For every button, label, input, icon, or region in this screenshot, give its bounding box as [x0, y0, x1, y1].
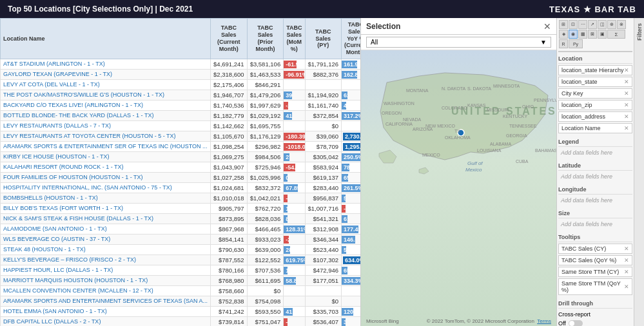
tooltip-same-qoy-remove[interactable]: ✕: [624, 283, 629, 290]
field-state[interactable]: location_state ✕: [558, 77, 632, 87]
cell-current: $768,980: [211, 275, 248, 285]
field-location-name[interactable]: Location Name ✕: [558, 123, 632, 133]
col-tabc-yoy: TABC Sales YoY %(Current Month): [342, 19, 361, 59]
tooltip-same-cy-remove[interactable]: ✕: [624, 269, 629, 275]
cross-report-row: Cross-report: [558, 310, 632, 319]
toolbar-icon-3[interactable]: ⋯: [578, 20, 587, 29]
cell-location-name[interactable]: KELLY'S BEVERAGE – FRISCO (FRISCO - 2 - …: [1, 254, 211, 265]
cell-location-name[interactable]: LEVY AT COTA (DEL VALLE - 1 - TX): [1, 79, 211, 90]
field-city-key[interactable]: City Key ✕: [558, 88, 632, 99]
cell-prior: $725,946: [247, 162, 284, 172]
field-hierarchy-label: location_state Hierarchy: [561, 67, 624, 73]
svg-text:MONTANA: MONTANA: [406, 88, 429, 93]
cell-mom: -2.09%: [284, 316, 305, 326]
cell-location-name[interactable]: HOSPITALITY INTERNATIONAL, INC. (SAN ANT…: [1, 182, 211, 193]
toolbar-icon-4[interactable]: ↗: [588, 20, 597, 29]
table-row: LEVY RESTAURANTS AT TOYOTA CENTER (HOUST…: [1, 131, 362, 141]
location-section-title: Location: [558, 54, 632, 64]
tooltip-same-qoy[interactable]: Same Store TTM (QoY %) ✕: [558, 278, 632, 295]
cell-prior: $1,025,996: [247, 172, 284, 182]
cell-location-name[interactable]: WLS BEVERAGE CO (AUSTIN - 37 - TX): [1, 234, 211, 244]
cell-location-name[interactable]: HAPPIEST HOUR, LLC (DALLAS - 1 - TX): [1, 265, 211, 275]
toolbar-icon-12[interactable]: ▣: [598, 30, 607, 39]
cell-location-name[interactable]: AT&T STADIUM (ARLINGTON - 1 - TX): [1, 59, 211, 69]
mom-bar: -22.78%: [284, 236, 288, 244]
cell-location-name[interactable]: GAYLORD TEXAN (GRAPEVINE - 1 - TX): [1, 69, 211, 79]
tooltip-tabc-cy[interactable]: TABC Sales (CY) ✕: [558, 244, 632, 254]
cell-py: $882,376: [305, 69, 342, 79]
field-zip-remove[interactable]: ✕: [624, 102, 629, 108]
table-row: KIRBY ICE HOUSE (HOUSTON - 1 - TX)$1,069…: [1, 151, 362, 162]
legend-section: Legend Add data fields here: [558, 137, 632, 157]
cell-location-name[interactable]: BOTTLED BLONDE- THE BACK YARD (DALLAS - …: [1, 110, 211, 120]
table-row: MARRIOTT MARQUIS HOUSTON (HOUSTON - 1 - …: [1, 275, 362, 285]
cell-py: $536,407: [305, 316, 342, 326]
cell-current: $2,175,406: [211, 79, 248, 90]
drill-section: Drill through Cross-report Off Keep all …: [558, 299, 632, 326]
cell-current: $1,182,779: [211, 110, 248, 120]
toolbar-icon-r1[interactable]: Σ: [607, 30, 625, 39]
toolbar-icon-r2[interactable]: R: [559, 39, 568, 48]
cross-report-knob: [569, 321, 574, 326]
cell-prior: $1,042,021: [247, 193, 284, 203]
cell-py: $1,194,920: [305, 90, 342, 100]
cell-location-name[interactable]: MCALLEN CONVENTION CENTER (MCALLEN - 12 …: [1, 285, 211, 296]
mom-bar: -1018.02%: [284, 143, 304, 151]
field-address-remove[interactable]: ✕: [624, 113, 629, 120]
cell-location-name[interactable]: MARRIOTT MARQUIS HOUSTON (HOUSTON - 1 - …: [1, 275, 211, 285]
cell-location-name[interactable]: THE POST OAK/MASTRO'S/WILLIE G'S (HOUSTO…: [1, 90, 211, 100]
cell-location-name[interactable]: DFB CAPITAL LLC (DALLAS - 2 - TX): [1, 316, 211, 326]
svg-text:TX: TX: [454, 129, 460, 133]
longitude-add-field: Add data fields here: [558, 196, 632, 205]
cell-location-name[interactable]: KALAHARI RESORT (ROUND ROCK - 1 - TX): [1, 162, 211, 172]
toolbar-icon-1[interactable]: ⊞: [559, 20, 568, 29]
toolbar-icon-8[interactable]: ◈: [559, 30, 568, 39]
field-location-name-label: Location Name: [561, 125, 601, 131]
selection-dropdown[interactable]: All ▼: [366, 37, 551, 48]
cell-current: $1,946,707: [211, 90, 248, 100]
toolbar-icon-7[interactable]: ⊗: [617, 20, 626, 29]
table-row: FOUR FAMILIES OF HOUSTON (HOUSTON - 1 - …: [1, 172, 362, 182]
cell-yoy: 2,730.7%: [342, 131, 361, 141]
cross-report-toggle[interactable]: [569, 320, 583, 326]
cell-location-name[interactable]: FOUR FAMILIES OF HOUSTON (HOUSTON - 1 - …: [1, 172, 211, 182]
tooltip-same-cy[interactable]: Same Store TTM (CY) ✕: [558, 267, 632, 277]
cell-location-name[interactable]: STEAK 48 (HOUSTON - 1 - TX): [1, 244, 211, 254]
toolbar-icon-6[interactable]: ⊕: [607, 20, 616, 29]
field-hierarchy-remove[interactable]: ✕: [624, 67, 629, 73]
tooltip-tabc-qoy[interactable]: TABC Sales (QoY %) ✕: [558, 255, 632, 265]
toolbar-icon-2[interactable]: ⊡: [569, 20, 578, 29]
table-row: THE POST OAK/MASTRO'S/WILLIE G'S (HOUSTO…: [1, 90, 362, 100]
toolbar-icon-10[interactable]: ▦: [578, 30, 587, 39]
field-zip[interactable]: location_zip ✕: [558, 100, 632, 110]
field-address[interactable]: location_address ✕: [558, 111, 632, 122]
tooltip-tabc-qoy-remove[interactable]: ✕: [624, 257, 629, 264]
cell-location-name[interactable]: ALAMODOME (SAN ANTONIO - 1 - TX): [1, 224, 211, 234]
cell-py: $78,709: [305, 141, 342, 151]
tooltip-tabc-cy-remove[interactable]: ✕: [624, 245, 629, 252]
cell-location-name[interactable]: KIRBY ICE HOUSE (HOUSTON - 1 - TX): [1, 151, 211, 162]
toolbar-icon-9[interactable]: ◉: [569, 30, 578, 39]
toolbar-icon-11[interactable]: ⊠: [588, 30, 597, 39]
legend-add-field: Add data fields here: [558, 148, 632, 157]
cell-location-name[interactable]: BOMBSHELLS (HOUSTON - 1 - TX): [1, 193, 211, 203]
cell-location-name[interactable]: NICK & SAM'S STEAK & FISH HOUSE (DALLAS …: [1, 213, 211, 224]
cell-location-name[interactable]: LEVY RESTAURANTS AT TOYOTA CENTER (HOUST…: [1, 131, 211, 141]
toolbar-icon-5[interactable]: ◫: [598, 20, 607, 29]
selection-close-icon[interactable]: ✕: [543, 21, 551, 32]
cell-location-name[interactable]: ARAMARK SPORTS & ENTERTAINMENT SER OF TE…: [1, 141, 211, 151]
cell-location-name[interactable]: HOTEL EMMA (SAN ANTONIO - 1 - TX): [1, 306, 211, 316]
cell-prior: $832,372: [247, 182, 284, 193]
cell-location-name[interactable]: BACKYARD C/O TEXAS LIVE! (ARLINGTON - 1 …: [1, 100, 211, 110]
cell-location-name[interactable]: BILLY BOB'S TEXAS (FORT WORTH - 1 - TX): [1, 203, 211, 213]
field-state-remove[interactable]: ✕: [624, 79, 629, 85]
field-hierarchy[interactable]: location_state Hierarchy ✕: [558, 65, 632, 75]
field-location-name-remove[interactable]: ✕: [624, 125, 629, 131]
cell-yoy: 49.8%: [342, 100, 361, 110]
cell-location-name[interactable]: LEVY RESTAURANTS (DALLAS - 7 - TX): [1, 120, 211, 131]
cell-location-name[interactable]: ARAMARK SPORTS AND ENTERTAINMENT SERVICE…: [1, 296, 211, 306]
field-city-key-remove[interactable]: ✕: [624, 90, 629, 97]
yoy-bar: 146.6%: [342, 236, 355, 244]
cell-mom: -96.91%: [284, 69, 305, 79]
toolbar-icon-r3[interactable]: Py: [569, 39, 583, 48]
